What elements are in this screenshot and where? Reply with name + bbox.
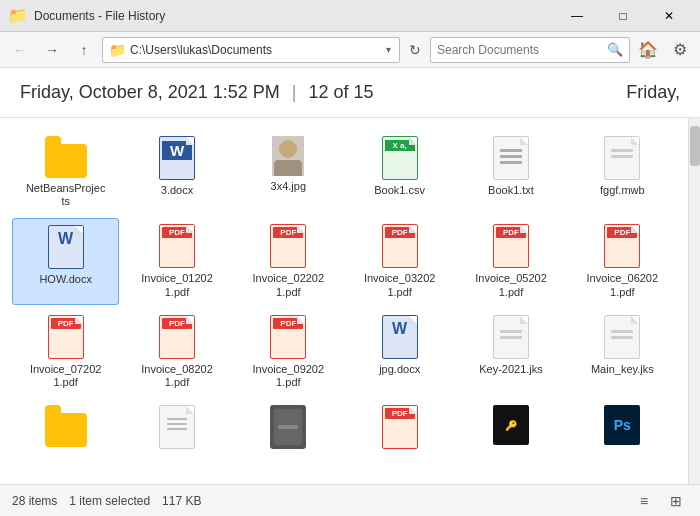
pdf-icon: PDF [270,224,306,268]
list-item[interactable] [12,399,119,459]
file-name: Invoice_062021.pdf [582,272,662,298]
pdf-icon: PDF [48,315,84,359]
list-item[interactable]: Book1.txt [457,130,564,214]
file-grid: NetBeansProjects W 3.docx [8,126,680,463]
close-button[interactable]: ✕ [646,0,692,32]
pdf-icon: PDF [382,224,418,268]
file-name: Book1.csv [374,184,425,197]
list-item[interactable]: PDF Invoice_012021.pdf [123,218,230,304]
date-bar: Friday, October 8, 2021 1:52 PM | 12 of … [0,68,700,118]
up-button[interactable]: ↑ [70,36,98,64]
address-dropdown-icon[interactable]: ▾ [384,44,393,55]
txt2-icon [159,405,195,449]
file-area: NetBeansProjects W 3.docx [0,118,688,484]
jpg-icon [272,136,304,176]
list-item[interactable] [235,399,342,459]
address-folder-icon: 📁 [109,42,126,58]
folder-icon [45,405,87,447]
file-name: Invoice_022021.pdf [248,272,328,298]
file-name: Invoice_082021.pdf [137,363,217,389]
file-name: Invoice_012021.pdf [137,272,217,298]
file-name: fggf.mwb [600,184,645,197]
back-button[interactable]: ← [6,36,34,64]
device-icon [270,405,306,449]
list-item[interactable]: 🔑 [457,399,564,459]
list-view-button[interactable]: ≡ [632,489,656,513]
list-item[interactable]: PDF Invoice_092021.pdf [235,309,342,395]
list-item[interactable]: Ps [569,399,676,459]
black-file-icon: 🔑 [493,405,529,445]
status-bar: 28 items 1 item selected 117 KB ≡ ⊞ [0,484,700,516]
file-name: Invoice_052021.pdf [471,272,551,298]
file-name: jpg.docx [379,363,420,376]
list-item[interactable]: PDF Invoice_072021.pdf [12,309,119,395]
file-name: Invoice_092021.pdf [248,363,328,389]
search-icon: 🔍 [607,42,623,57]
minimize-button[interactable]: — [554,0,600,32]
docx-icon: W [159,136,195,180]
list-item[interactable]: W 3.docx [123,130,230,214]
scroll-thumb[interactable] [690,126,700,166]
date-separator: | [292,82,297,103]
file-name: NetBeansProjects [26,182,106,208]
pdf-icon: PDF [493,224,529,268]
list-item[interactable]: PDF Invoice_082021.pdf [123,309,230,395]
list-item[interactable]: PDF Invoice_032021.pdf [346,218,453,304]
jks2-icon [604,315,640,359]
history-count: 12 of 15 [308,82,373,103]
search-box[interactable]: 🔍 [430,37,630,63]
list-item[interactable]: PDF Invoice_052021.pdf [457,218,564,304]
file-name: 3.docx [161,184,193,197]
selected-count: 1 item selected [69,494,150,508]
address-bar[interactable]: 📁 C:\Users\lukas\Documents ▾ [102,37,400,63]
list-item[interactable]: NetBeansProjects [12,130,119,214]
file-size: 117 KB [162,494,201,508]
list-item[interactable]: 3x4.jpg [235,130,342,214]
date-text: Friday, October 8, 2021 1:52 PM [20,82,280,103]
search-input[interactable] [437,43,607,57]
csv-icon: X a, [382,136,418,180]
settings-button[interactable]: ⚙ [666,36,694,64]
file-name: Invoice_032021.pdf [360,272,440,298]
file-name: Book1.txt [488,184,534,197]
address-text: C:\Users\lukas\Documents [130,43,384,57]
item-count: 28 items [12,494,57,508]
list-item[interactable]: PDF [346,399,453,459]
list-item[interactable]: Main_key.jks [569,309,676,395]
title-bar: 📁 Documents - File History — □ ✕ [0,0,700,32]
scrollbar[interactable] [688,118,700,484]
mwb-icon [604,136,640,180]
file-name: Main_key.jks [591,363,654,376]
window-title: Documents - File History [34,9,165,23]
forward-button[interactable]: → [38,36,66,64]
file-name: HOW.docx [39,273,92,286]
home-button[interactable]: 🏠 [634,36,662,64]
file-name: 3x4.jpg [271,180,306,193]
list-item[interactable]: PDF Invoice_022021.pdf [235,218,342,304]
list-item[interactable]: PDF Invoice_062021.pdf [569,218,676,304]
list-item[interactable]: W jpg.docx [346,309,453,395]
list-item[interactable]: X a, Book1.csv [346,130,453,214]
app-icon: 📁 [8,6,28,25]
pdf-icon: PDF [159,315,195,359]
list-item[interactable]: Key-2021.jks [457,309,564,395]
docx-icon: W [382,315,418,359]
file-name: Key-2021.jks [479,363,543,376]
toolbar: ← → ↑ 📁 C:\Users\lukas\Documents ▾ ↻ 🔍 🏠… [0,32,700,68]
right-panel-date: Friday, [626,82,680,103]
list-item[interactable]: W HOW.docx [12,218,119,304]
file-name: Invoice_072021.pdf [26,363,106,389]
list-item[interactable] [123,399,230,459]
pdf-icon: PDF [270,315,306,359]
refresh-button[interactable]: ↻ [404,37,426,63]
maximize-button[interactable]: □ [600,0,646,32]
txt-icon [493,136,529,180]
folder-icon [45,136,87,178]
list-item[interactable]: fggf.mwb [569,130,676,214]
photoshop-icon: Ps [604,405,640,445]
tile-view-button[interactable]: ⊞ [664,489,688,513]
pdf-icon: PDF [159,224,195,268]
pdf-small-icon: PDF [382,405,418,449]
pdf-icon: PDF [604,224,640,268]
jks-icon [493,315,529,359]
